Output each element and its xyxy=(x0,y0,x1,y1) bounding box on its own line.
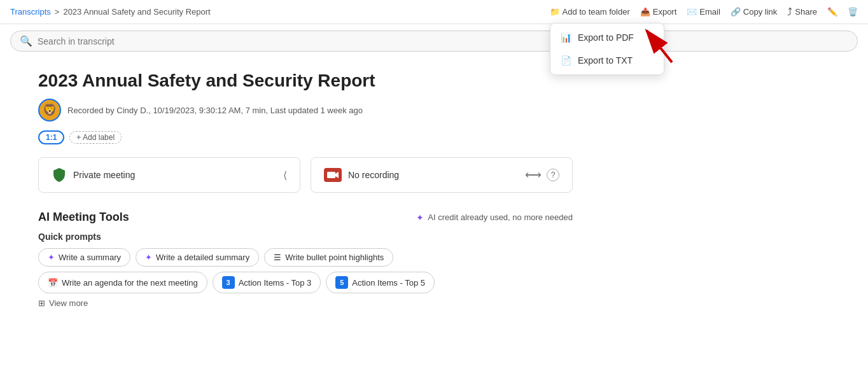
share-label: Share xyxy=(795,7,817,17)
link-icon: 🔗 xyxy=(731,7,741,17)
action-items-5-label: Action Items - Top 5 xyxy=(352,278,425,288)
document-title: 2023 Annual Safety and Security Report xyxy=(38,71,573,91)
calendar-icon: 📅 xyxy=(48,278,58,288)
link-recording-icon[interactable]: ⟷ xyxy=(525,168,542,182)
folder-icon: 📁 xyxy=(550,7,560,17)
view-more-button[interactable]: ⊞ View more xyxy=(38,298,573,308)
breadcrumb-separator: > xyxy=(55,7,60,17)
ai-header: AI Meeting Tools ✦ AI credit already use… xyxy=(38,211,573,224)
prompts-row-2: 📅 Write an agenda for the next meeting 3… xyxy=(38,272,573,293)
ai-star-icon: ✦ xyxy=(416,212,424,223)
email-icon: ✉️ xyxy=(687,7,697,17)
write-agenda-button[interactable]: 📅 Write an agenda for the next meeting xyxy=(38,272,207,293)
ai-title: AI Meeting Tools xyxy=(38,211,129,224)
write-bullet-points-label: Write bullet point highlights xyxy=(285,253,384,262)
add-to-team-folder-label: Add to team folder xyxy=(563,7,630,17)
email-label: Email xyxy=(699,7,720,17)
grid-icon: ⊞ xyxy=(38,298,45,308)
trash-icon: 🗑️ xyxy=(848,7,858,17)
doc-icon: 📄 xyxy=(561,55,571,66)
search-input[interactable] xyxy=(38,36,848,46)
export-txt-label: Export to TXT xyxy=(578,55,633,66)
export-label: Export xyxy=(653,7,677,17)
card-left-recording: No recording xyxy=(324,168,399,182)
export-pdf-item[interactable]: 📊 Export to PDF xyxy=(550,26,664,49)
camera-icon xyxy=(324,168,342,182)
action-items-5-button[interactable]: 5 Action Items - Top 5 xyxy=(326,272,435,293)
top-nav: Transcripts > 2023 Annual Safety and Sec… xyxy=(0,0,868,24)
svg-marker-1 xyxy=(335,172,339,178)
quick-prompts-label: Quick prompts xyxy=(38,232,573,242)
add-label-button[interactable]: + Add label xyxy=(69,131,122,144)
share-button[interactable]: ⤴ Share xyxy=(787,6,817,18)
ai-credit: ✦ AI credit already used, no more needed xyxy=(416,212,573,223)
write-agenda-label: Write an agenda for the next meeting xyxy=(62,278,198,288)
meta-row: 🦁 Recorded by Cindy D., 10/19/2023, 9:30… xyxy=(38,99,573,122)
email-button[interactable]: ✉️ Email xyxy=(687,7,720,17)
delete-button[interactable]: 🗑️ xyxy=(848,7,858,17)
help-icon[interactable]: ? xyxy=(547,169,559,181)
action-items-3-label: Action Items - Top 3 xyxy=(239,278,312,288)
ai-section: AI Meeting Tools ✦ AI credit already use… xyxy=(38,211,573,308)
chart-icon: 📊 xyxy=(561,32,571,43)
copy-link-button[interactable]: 🔗 Copy link xyxy=(731,7,777,17)
view-more-label: View more xyxy=(49,298,88,308)
label-row: 1:1 + Add label xyxy=(38,130,573,144)
badge-5-icon: 5 xyxy=(335,276,348,289)
export-dropdown: 📊 Export to PDF 📄 Export to TXT xyxy=(550,23,664,75)
write-summary-label: Write a summary xyxy=(59,253,121,262)
breadcrumb-current: 2023 Annual Safety and Security Report xyxy=(63,7,210,17)
copy-link-label: Copy link xyxy=(743,7,777,17)
search-bar: 🔍 xyxy=(10,31,858,52)
prompts-row-1: ✦ Write a summary ✦ Write a detailed sum… xyxy=(38,248,573,267)
ai-credit-text: AI credit already used, no more needed xyxy=(428,212,573,222)
cards-row: Private meeting ⟨ No recording ⟷ ? xyxy=(38,157,573,193)
export-txt-item[interactable]: 📄 Export to TXT xyxy=(550,49,664,72)
card-right: ⟨ xyxy=(283,169,287,181)
edit-icon: ✏️ xyxy=(827,7,837,17)
write-summary-button[interactable]: ✦ Write a summary xyxy=(38,248,130,267)
share-meeting-icon[interactable]: ⟨ xyxy=(283,169,287,181)
share-icon: ⤴ xyxy=(787,6,792,18)
bullet-icon: ☰ xyxy=(274,253,281,262)
recorded-by: Recorded by Cindy D., 10/19/2023, 9:30:1… xyxy=(67,106,363,115)
breadcrumb: Transcripts > 2023 Annual Safety and Sec… xyxy=(10,7,211,17)
avatar: 🦁 xyxy=(38,99,61,122)
nav-actions: 📁 Add to team folder 📤 Export ✉️ Email 🔗… xyxy=(550,6,858,18)
write-detailed-summary-label: Write a detailed summary xyxy=(156,253,249,262)
no-recording-label: No recording xyxy=(348,170,399,180)
edit-button[interactable]: ✏️ xyxy=(827,7,837,17)
search-icon: 🔍 xyxy=(20,35,32,47)
write-bullet-points-button[interactable]: ☰ Write bullet point highlights xyxy=(264,248,393,267)
card-left: Private meeting xyxy=(52,167,135,183)
no-recording-card: No recording ⟷ ? xyxy=(311,157,573,193)
action-items-3-button[interactable]: 3 Action Items - Top 3 xyxy=(213,272,321,293)
export-button[interactable]: 📤 Export xyxy=(640,7,677,17)
ai-icon-2: ✦ xyxy=(145,253,152,262)
private-meeting-card: Private meeting ⟨ xyxy=(38,157,300,193)
card-right-recording: ⟷ ? xyxy=(525,168,559,182)
write-detailed-summary-button[interactable]: ✦ Write a detailed summary xyxy=(136,248,259,267)
main-content: 2023 Annual Safety and Security Report 🦁… xyxy=(0,58,611,321)
ai-icon-1: ✦ xyxy=(48,253,55,262)
shield-icon xyxy=(52,167,67,183)
label-badge[interactable]: 1:1 xyxy=(38,130,64,144)
badge-3-icon: 3 xyxy=(222,276,235,289)
add-to-team-folder-button[interactable]: 📁 Add to team folder xyxy=(550,7,630,17)
export-pdf-label: Export to PDF xyxy=(578,32,634,43)
breadcrumb-parent[interactable]: Transcripts xyxy=(10,7,51,17)
svg-rect-0 xyxy=(327,172,335,178)
private-meeting-label: Private meeting xyxy=(73,170,135,180)
export-icon: 📤 xyxy=(640,7,650,17)
